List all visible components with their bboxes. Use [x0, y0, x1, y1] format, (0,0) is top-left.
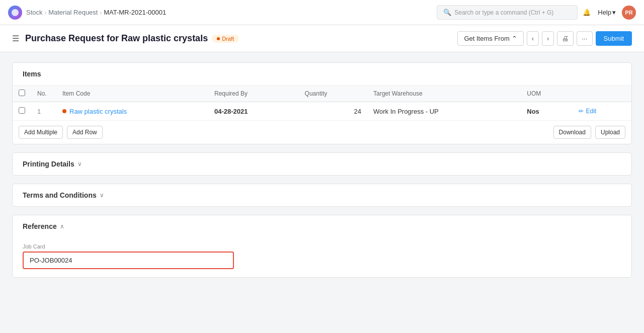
get-items-button[interactable]: Get Items From ⌃ [457, 31, 523, 46]
prev-button[interactable]: ‹ [527, 31, 539, 46]
page-header: ☰ Purchase Request for Raw plastic cryst… [0, 25, 644, 52]
terms-conditions-section: Terms and Conditions ∨ [12, 184, 632, 207]
avatar[interactable]: PR [622, 6, 636, 20]
submit-button[interactable]: Submit [596, 31, 632, 46]
more-options-button[interactable]: ··· [577, 31, 592, 46]
col-uom: UOM [521, 86, 573, 102]
breadcrumb-stock[interactable]: Stock [26, 9, 43, 16]
search-icon: 🔍 [443, 9, 451, 16]
col-target-warehouse: Target Warehouse [367, 86, 521, 102]
uom-cell: Nos [521, 102, 573, 121]
printing-details-section: Printing Details ∨ [12, 152, 632, 176]
breadcrumb-sep-1: › [45, 10, 47, 16]
get-items-label: Get Items From [464, 35, 509, 42]
printing-details-header[interactable]: Printing Details ∨ [13, 153, 631, 175]
table-footer-left: Add Multiple Add Row [19, 126, 103, 139]
table-footer: Add Multiple Add Row Download Upload [13, 121, 631, 144]
status-badge: Draft [212, 35, 239, 43]
breadcrumb-sep-2: › [100, 10, 102, 16]
breadcrumb-material-request[interactable]: Material Request [48, 9, 98, 16]
top-navigation: Stock › Material Request › MAT-MR-2021-0… [0, 0, 644, 25]
table-footer-right: Download Upload [553, 126, 625, 139]
col-quantity: Quantity [299, 86, 367, 102]
job-card-field: Job Card [23, 243, 621, 269]
required-by-cell: 04-28-2021 [208, 102, 299, 121]
download-button[interactable]: Download [553, 126, 591, 139]
page-actions: Get Items From ⌃ ‹ › 🖨 ··· Submit [457, 31, 632, 46]
table-row: 1 Raw plastic crystals 04-28-2021 24 Wor… [13, 102, 631, 121]
page-title-area: ☰ Purchase Request for Raw plastic cryst… [12, 33, 239, 44]
terms-conditions-title: Terms and Conditions [23, 191, 97, 199]
col-required-by: Required By [208, 86, 299, 102]
edit-label: Edit [586, 108, 596, 115]
add-row-button[interactable]: Add Row [67, 126, 103, 139]
help-button[interactable]: Help ▾ [598, 9, 616, 16]
reference-header[interactable]: Reference ∧ [13, 215, 631, 237]
items-header: Items [13, 63, 631, 86]
menu-icon[interactable]: ☰ [12, 34, 19, 43]
app-logo[interactable] [8, 6, 22, 20]
notifications-icon[interactable]: 🔔 [582, 8, 592, 18]
help-chevron-icon: ▾ [612, 9, 616, 16]
item-code-value: Raw plastic crystals [69, 108, 127, 115]
upload-button[interactable]: Upload [595, 126, 625, 139]
help-label: Help [598, 9, 611, 16]
printing-details-title: Printing Details [23, 160, 74, 168]
row-no: 1 [31, 102, 56, 121]
col-item-code: Item Code [56, 86, 208, 102]
row-checkbox[interactable] [19, 107, 25, 114]
search-bar[interactable]: 🔍 Search or type a command (Ctrl + G) [437, 5, 578, 20]
main-content: Items No. Item Code Required By Quantity… [0, 52, 644, 296]
edit-row-button[interactable]: ✏ Edit [579, 108, 596, 115]
job-card-label: Job Card [23, 243, 621, 249]
reference-title: Reference [23, 222, 57, 230]
job-card-input[interactable] [23, 252, 234, 269]
quantity-cell: 24 [299, 102, 367, 121]
draft-dot [217, 37, 220, 40]
reference-section: Reference ∧ Job Card [12, 215, 632, 278]
terms-conditions-header[interactable]: Terms and Conditions ∨ [13, 184, 631, 206]
add-multiple-button[interactable]: Add Multiple [19, 126, 63, 139]
items-table: No. Item Code Required By Quantity Targe… [13, 86, 631, 121]
item-status-dot [62, 109, 66, 113]
printing-details-chevron-icon: ∨ [77, 160, 82, 168]
print-button[interactable]: 🖨 [557, 31, 574, 46]
get-items-chevron-icon: ⌃ [512, 35, 517, 42]
nav-icons: 🔔 Help ▾ PR [582, 6, 636, 20]
pencil-icon: ✏ [579, 108, 584, 115]
status-label: Draft [222, 36, 234, 42]
reference-chevron-icon: ∧ [60, 223, 64, 230]
select-all-checkbox[interactable] [19, 90, 25, 96]
warehouse-cell: Work In Progress - UP [367, 102, 521, 121]
search-placeholder-text: Search or type a command (Ctrl + G) [454, 9, 553, 16]
next-button[interactable]: › [542, 31, 554, 46]
terms-conditions-chevron-icon: ∨ [100, 192, 104, 199]
page-title: Purchase Request for Raw plastic crystal… [25, 33, 208, 44]
breadcrumb: Stock › Material Request › MAT-MR-2021-0… [26, 9, 433, 16]
col-no: No. [31, 86, 56, 102]
items-section: Items No. Item Code Required By Quantity… [12, 62, 632, 144]
breadcrumb-doc-id: MAT-MR-2021-00001 [104, 9, 166, 16]
item-code-cell: Raw plastic crystals [62, 108, 202, 115]
